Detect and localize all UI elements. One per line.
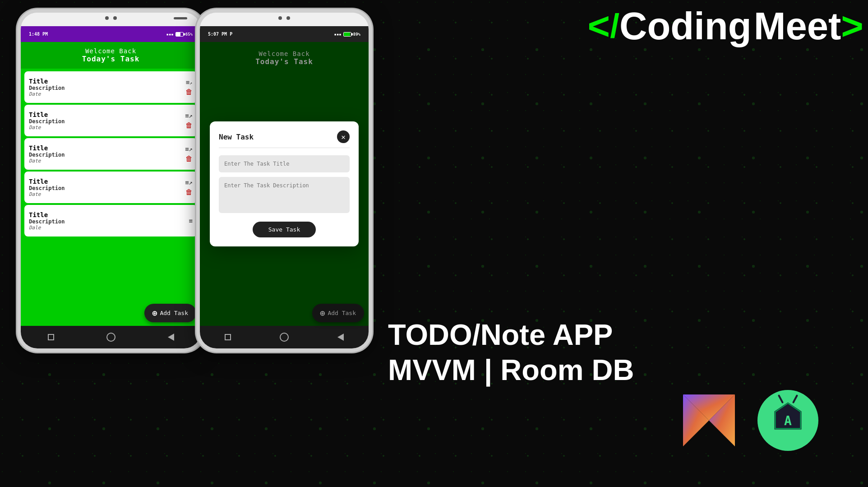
nav-circle-icon-right <box>280 333 289 342</box>
status-bar-left: 1:48 PM ▪▪▪ 65% <box>21 26 201 42</box>
edit-icon-3[interactable]: ≡↗ <box>185 145 193 153</box>
today-text-left: Today's Task <box>21 55 201 63</box>
edit-icon-1[interactable]: ≡↗ <box>186 79 192 86</box>
nav-back-icon-left <box>168 334 174 341</box>
task-list-left: Title Description Date ≡↗ 🗑 Title Descri… <box>21 69 201 326</box>
svg-text:A: A <box>784 413 792 428</box>
edit-icon-4[interactable]: ≡↗ <box>185 179 193 186</box>
welcome-text-left: Welcome Back <box>21 47 201 55</box>
task-actions-5: ≡ <box>189 217 193 224</box>
phone-left: 1:48 PM ▪▪▪ 65% Welcome Back Today's Tas… <box>17 9 204 352</box>
status-battery-right: 89% <box>353 32 360 37</box>
mvvm-title: MVVM | Room DB <box>388 352 634 388</box>
nav-square-icon-right <box>225 334 231 340</box>
status-battery-left: 65% <box>185 32 193 37</box>
task-date-4: Date <box>29 191 185 197</box>
status-time-left: 1:48 PM <box>29 32 48 37</box>
nav-square-left[interactable] <box>46 332 56 342</box>
add-task-button-left[interactable]: ⊕ Add Task <box>144 304 196 322</box>
status-time-right: 5:07 PM <box>208 32 227 37</box>
nav-back-icon-right <box>337 334 344 341</box>
task-title-5: Title <box>29 211 189 218</box>
battery-icon-left <box>175 32 184 37</box>
delete-icon-2[interactable]: 🗑 <box>185 121 193 130</box>
task-desc-5: Description <box>29 218 189 225</box>
kotlin-logo <box>683 394 735 446</box>
meet-row: Meet > <box>754 7 863 45</box>
notch-camera-right-p2 <box>286 16 290 20</box>
right-panel: < / Coding Meet > TODO/Note APP MVVM | R… <box>383 0 868 487</box>
nav-square-icon-left <box>48 334 54 340</box>
task-actions-3: ≡↗ 🗑 <box>185 145 193 163</box>
bottom-nav-left <box>21 326 201 348</box>
task-content-5: Title Description Dale <box>29 211 189 231</box>
nav-circle-icon-left <box>106 333 115 342</box>
phone-right: 5:07 PM P ▪▪▪ 89% Welcome Back Today's T… <box>196 9 372 352</box>
edit-icon-2[interactable]: ≡↗ <box>185 112 193 119</box>
meet-label: Meet <box>754 7 841 45</box>
nav-back-right[interactable] <box>336 332 346 342</box>
bottom-nav-right <box>200 326 369 348</box>
close-icon: ✕ <box>341 133 346 141</box>
task-content-2: Title Description Date <box>29 111 185 130</box>
right-phone-body: Welcome Back Today's Task ⊕ Add Task New… <box>200 42 369 326</box>
task-description-input[interactable] <box>219 177 350 213</box>
task-date-2: Date <box>29 125 185 130</box>
task-date-3: Date <box>29 158 185 164</box>
task-content-3: Title Description Date <box>29 144 185 164</box>
save-task-button[interactable]: Save Task <box>253 222 316 237</box>
fab-container-left: ⊕ Add Task <box>144 304 196 322</box>
app-header-left: Welcome Back Today's Task <box>21 42 201 69</box>
task-title-3: Title <box>29 144 185 152</box>
kotlin-logo-svg <box>683 394 735 446</box>
task-date-5: Dale <box>29 225 189 231</box>
task-item-4[interactable]: Title Description Date ≡↗ 🗑 <box>24 172 197 203</box>
task-desc-3: Description <box>29 152 185 158</box>
task-actions-1: ≡↗ 🗑 <box>185 79 193 96</box>
notch-bar-right <box>174 17 187 19</box>
task-title-2: Title <box>29 111 185 118</box>
fab-plus-icon-left: ⊕ <box>152 308 157 318</box>
coding-label: Coding <box>619 7 752 45</box>
status-bar-right: 5:07 PM P ▪▪▪ 89% <box>200 26 369 42</box>
task-item-2[interactable]: Title Description Date ≡↗ 🗑 <box>24 105 197 136</box>
task-desc-4: Description <box>29 185 185 191</box>
close-bracket-icon: > <box>841 7 863 45</box>
nav-back-left[interactable] <box>166 332 176 342</box>
task-item-1[interactable]: Title Description Date ≡↗ 🗑 <box>24 71 197 103</box>
task-item-3[interactable]: Title Description Date ≡↗ 🗑 <box>24 138 197 170</box>
status-signal-right: ▪▪▪ <box>334 32 341 37</box>
task-actions-4: ≡↗ 🗑 <box>185 179 193 196</box>
task-title-1: Title <box>29 78 185 85</box>
status-signal-left: ▪▪▪ <box>166 32 173 37</box>
main-description: TODO/Note APP MVVM | Room DB <box>388 317 634 388</box>
notch-camera-right-p1 <box>278 16 282 20</box>
new-task-dialog: New Task ✕ Save Task <box>210 121 359 246</box>
task-content-1: Title Description Date <box>29 78 185 97</box>
battery-icon-right <box>343 32 351 37</box>
task-item-5[interactable]: Title Description Dale ≡ <box>24 205 197 237</box>
nav-home-left[interactable] <box>106 332 116 342</box>
edit-icon-5[interactable]: ≡ <box>189 217 193 224</box>
android-logo-svg: A <box>757 390 818 451</box>
status-carrier-right: P <box>230 32 232 37</box>
task-title-input[interactable] <box>219 155 350 172</box>
task-desc-2: Description <box>29 118 185 125</box>
todo-app-title: TODO/Note APP <box>388 317 634 352</box>
open-bracket-icon: < <box>588 7 610 45</box>
task-actions-2: ≡↗ 🗑 <box>185 112 193 130</box>
dialog-title: New Task <box>219 133 254 141</box>
delete-icon-1[interactable]: 🗑 <box>185 88 193 96</box>
fab-label-left: Add Task <box>160 310 188 316</box>
nav-home-right[interactable] <box>279 332 289 342</box>
dialog-header: New Task ✕ <box>219 130 350 148</box>
slash-icon: / <box>610 9 619 43</box>
dialog-close-button[interactable]: ✕ <box>337 130 350 143</box>
delete-icon-4[interactable]: 🗑 <box>185 188 193 196</box>
brand-header: < / Coding Meet > <box>588 7 863 45</box>
notch-camera-left <box>105 16 109 20</box>
nav-square-right[interactable] <box>223 332 233 342</box>
meet-block: Meet > <box>754 7 863 45</box>
delete-icon-3[interactable]: 🗑 <box>185 154 193 163</box>
task-desc-1: Description <box>29 85 185 91</box>
